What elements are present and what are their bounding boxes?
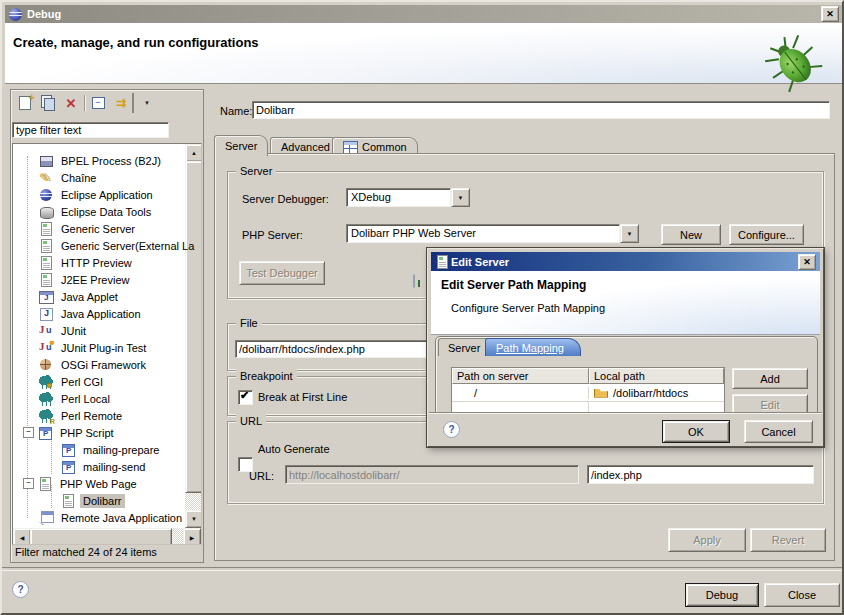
tree-item-label: PHP Script [57, 426, 117, 440]
tree-item-label: Remote Java Application [58, 511, 185, 525]
filter-input[interactable] [12, 122, 169, 138]
footer-divider [2, 567, 844, 571]
dialog-tab-path-mapping[interactable]: Path Mapping [485, 338, 581, 356]
edit-server-header: Edit Server Path Mapping Configure Serve… [431, 271, 820, 335]
tree-item[interactable]: Eclipse Data Tools [13, 203, 202, 220]
eclipse-logo-icon [9, 8, 22, 21]
delete-configuration-icon[interactable]: ✕ [61, 93, 81, 113]
perl-icon [39, 392, 54, 406]
help-icon[interactable]: ? [12, 581, 29, 598]
tree-item[interactable]: OSGi Framework [13, 356, 202, 373]
url-group-title: URL [236, 414, 266, 428]
table-row[interactable]: / /dolibarr/htdocs [452, 384, 724, 401]
column-header-path-on-server[interactable]: Path on server [452, 368, 589, 384]
configuration-tree[interactable]: ▲ ▼ ◀ ▶ BPEL Process (B2J)ChaîneEclipse … [12, 143, 202, 545]
configure-button[interactable]: Configure... [729, 224, 804, 245]
dialog-help-icon[interactable]: ? [443, 421, 460, 438]
server-debugger-select[interactable]: XDebug ▼ [346, 188, 470, 207]
tree-item-label: Java Applet [58, 290, 121, 304]
tree-item-label: Dolibarr [80, 494, 125, 508]
tree-item-label: Perl Local [58, 392, 113, 406]
server-icon [38, 477, 53, 491]
datatools-icon [39, 205, 54, 219]
duplicate-configuration-icon[interactable] [38, 93, 58, 113]
name-input[interactable] [252, 101, 830, 119]
filter-icon[interactable]: ⇉ [111, 93, 134, 113]
tree-item-label: BPEL Process (B2J) [58, 154, 164, 168]
ok-button[interactable]: OK [662, 420, 730, 443]
break-first-line-label: Break at First Line [258, 391, 347, 403]
new-configuration-icon[interactable] [15, 93, 35, 113]
tree-item-label: PHP Web Page [57, 477, 140, 491]
window-title: Debug [27, 8, 61, 20]
server-tower-image [413, 274, 415, 288]
close-button[interactable]: Close [764, 583, 840, 607]
close-edit-server-icon[interactable]: ✕ [798, 254, 816, 270]
column-header-local-path[interactable]: Local path [589, 368, 724, 384]
name-label: Name: [220, 105, 252, 117]
test-debugger-button[interactable]: Test Debugger [239, 261, 325, 285]
tree-item[interactable]: Generic Server(External La [13, 237, 202, 254]
new-server-button[interactable]: New [661, 224, 721, 245]
url-path-input[interactable] [587, 465, 814, 484]
debug-button[interactable]: Debug [685, 583, 759, 607]
tree-item[interactable]: HTTP Preview [13, 254, 202, 271]
tree-item[interactable]: Java Applet [13, 288, 202, 305]
tree-horizontal-scrollbar[interactable]: ◀ ▶ [13, 528, 201, 544]
tree-item[interactable]: mailing-send [13, 458, 202, 475]
tree-item[interactable]: Chaîne [13, 169, 202, 186]
horizontal-scroll-thumb[interactable] [30, 528, 172, 545]
chaine-icon [39, 171, 54, 185]
bpel-icon [39, 154, 54, 168]
debug-bug-icon [763, 35, 825, 93]
tree-item[interactable]: JUnit [13, 322, 202, 339]
add-mapping-button[interactable]: Add [732, 368, 808, 389]
php-server-select[interactable]: Dolibarr PHP Web Server ▼ [346, 224, 639, 243]
tree-item[interactable]: Java Application [13, 305, 202, 322]
collapse-toggle[interactable]: − [23, 478, 34, 489]
tree-item-label: mailing-send [80, 460, 148, 474]
tree-item-label: Java Application [58, 307, 144, 321]
page-title: Create, manage, and run configurations [13, 35, 259, 50]
tree-toolbar: ✕ ⇉ ▼ [15, 93, 157, 113]
cancel-button[interactable]: Cancel [744, 420, 813, 443]
php-icon [61, 460, 76, 474]
tree-item-label: Perl CGI [58, 375, 106, 389]
tree-item[interactable]: −PHP Script [13, 424, 202, 441]
tree-item[interactable]: Eclipse Application [13, 186, 202, 203]
chevron-down-icon[interactable]: ▼ [620, 224, 639, 243]
perl-cgi-icon [39, 375, 54, 389]
url-base-input[interactable] [285, 465, 579, 484]
osgi-icon [39, 358, 54, 372]
scroll-left-icon[interactable]: ◀ [13, 528, 31, 545]
tree-item[interactable]: mailing-prepare [13, 441, 202, 458]
break-first-line-checkbox[interactable] [238, 390, 253, 405]
tree-item[interactable]: Perl CGI [13, 373, 202, 390]
dialog-tab-server[interactable]: Server [438, 338, 490, 356]
revert-button[interactable]: Revert [750, 528, 826, 552]
applet-icon [39, 290, 54, 304]
close-window-icon[interactable]: ✕ [821, 6, 839, 22]
tree-item[interactable]: Perl Local [13, 390, 202, 407]
menu-dropdown-icon[interactable]: ▼ [137, 93, 157, 113]
scroll-right-icon[interactable]: ▶ [183, 528, 201, 545]
tree-item[interactable]: BPEL Process (B2J) [13, 152, 202, 169]
tree-item[interactable]: Generic Server [13, 220, 202, 237]
chevron-down-icon[interactable]: ▼ [451, 188, 470, 207]
tree-item[interactable]: JUnit Plug-in Test [13, 339, 202, 356]
tree-item[interactable]: J2EE Preview [13, 271, 202, 288]
apply-button[interactable]: Apply [668, 528, 746, 552]
debug-configurations-window: Debug ✕ Create, manage, and run configur… [0, 0, 844, 615]
server-icon [39, 256, 54, 270]
collapse-toggle[interactable]: − [23, 427, 34, 438]
tree-item[interactable]: Remote Java Application [13, 509, 202, 526]
collapse-all-icon[interactable] [88, 93, 108, 113]
dialog-header: Create, manage, and run configurations [5, 23, 843, 84]
tree-item[interactable]: Dolibarr [13, 492, 202, 509]
edit-server-heading: Edit Server Path Mapping [441, 278, 586, 292]
tree-item[interactable]: −PHP Web Page [13, 475, 202, 492]
tab-server[interactable]: Server [214, 135, 268, 156]
tree-item[interactable]: Perl Remote [13, 407, 202, 424]
junit-plugin-icon [39, 341, 54, 355]
tree-item-label: Perl Remote [58, 409, 125, 423]
